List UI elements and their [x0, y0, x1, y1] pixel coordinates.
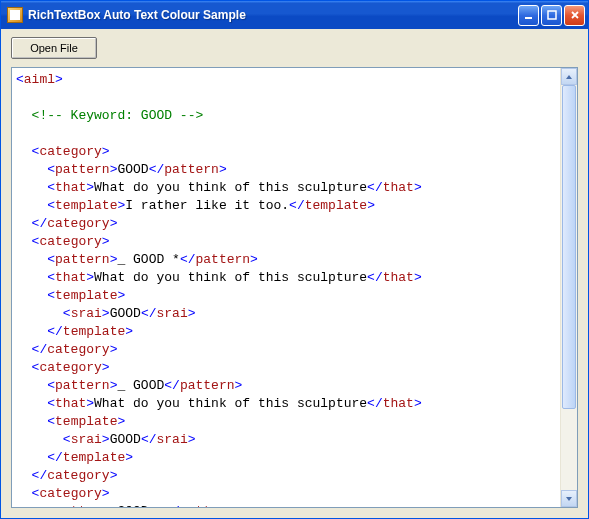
close-button[interactable]	[564, 5, 585, 26]
chevron-down-icon	[565, 496, 573, 502]
window-buttons	[518, 5, 585, 26]
app-icon	[7, 7, 23, 23]
chevron-up-icon	[565, 74, 573, 80]
minimize-icon	[524, 10, 534, 20]
minimize-button[interactable]	[518, 5, 539, 26]
editor-container: <aiml> <!-- Keyword: GOOD --> <category>…	[11, 67, 578, 508]
svg-rect-1	[548, 11, 556, 19]
open-file-button[interactable]: Open File	[11, 37, 97, 59]
toolbar: Open File	[1, 29, 588, 67]
close-icon	[570, 10, 580, 20]
vertical-scrollbar[interactable]	[560, 68, 577, 507]
scroll-track[interactable]	[561, 85, 577, 490]
maximize-icon	[547, 10, 557, 20]
titlebar: RichTextBox Auto Text Colour Sample	[1, 1, 588, 29]
scroll-up-button[interactable]	[561, 68, 577, 85]
rich-text-box[interactable]: <aiml> <!-- Keyword: GOOD --> <category>…	[12, 68, 560, 507]
scroll-down-button[interactable]	[561, 490, 577, 507]
window-title: RichTextBox Auto Text Colour Sample	[28, 8, 518, 22]
svg-rect-0	[525, 17, 532, 19]
maximize-button[interactable]	[541, 5, 562, 26]
app-window: RichTextBox Auto Text Colour Sample Open…	[0, 0, 589, 519]
scroll-thumb[interactable]	[562, 85, 576, 409]
